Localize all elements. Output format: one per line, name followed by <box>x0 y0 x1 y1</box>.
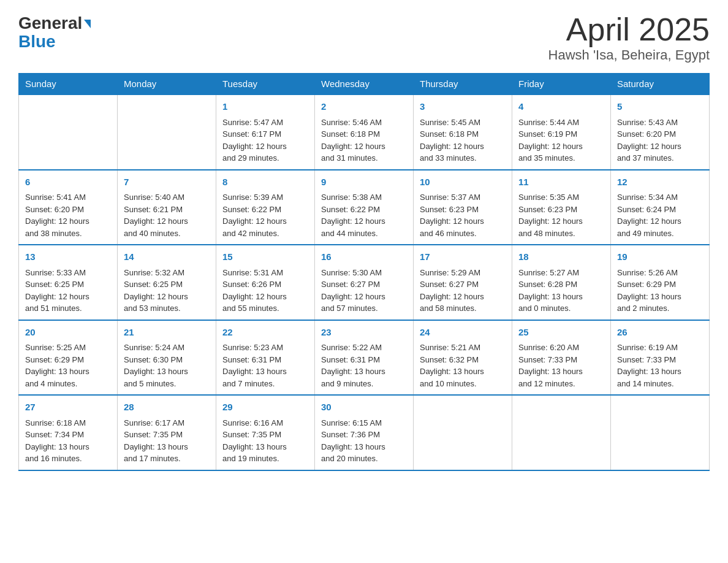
day-number: 9 <box>321 175 407 190</box>
header-cell-monday: Monday <box>118 74 216 95</box>
day-number: 22 <box>222 326 308 340</box>
calendar-body: 1Sunrise: 5:47 AMSunset: 6:17 PMDaylight… <box>19 94 710 470</box>
logo-triangle-icon <box>84 20 91 28</box>
day-info: Sunrise: 5:40 AMSunset: 6:21 PMDaylight:… <box>124 191 210 239</box>
day-number: 26 <box>617 326 703 340</box>
day-number: 17 <box>420 250 506 264</box>
day-number: 27 <box>25 400 111 415</box>
calendar-header: SundayMondayTuesdayWednesdayThursdayFrid… <box>19 74 710 95</box>
calendar-cell: 24Sunrise: 5:21 AMSunset: 6:32 PMDayligh… <box>414 320 512 396</box>
calendar-cell: 9Sunrise: 5:38 AMSunset: 6:22 PMDaylight… <box>315 170 414 245</box>
calendar-cell: 27Sunrise: 6:18 AMSunset: 7:34 PMDayligh… <box>19 395 118 470</box>
day-info: Sunrise: 5:45 AMSunset: 6:18 PMDaylight:… <box>420 117 506 164</box>
day-info: Sunrise: 6:17 AMSunset: 7:35 PMDaylight:… <box>124 417 210 465</box>
day-info: Sunrise: 5:26 AMSunset: 6:29 PMDaylight:… <box>617 267 703 315</box>
calendar-subtitle: Hawsh 'Isa, Beheira, Egypt <box>548 47 710 63</box>
header-cell-friday: Friday <box>512 74 611 95</box>
day-info: Sunrise: 5:30 AMSunset: 6:27 PMDaylight:… <box>321 267 407 315</box>
calendar-cell: 4Sunrise: 5:44 AMSunset: 6:19 PMDaylight… <box>512 94 611 170</box>
calendar-cell <box>414 395 512 470</box>
calendar-week-row: 6Sunrise: 5:41 AMSunset: 6:20 PMDaylight… <box>19 170 710 245</box>
logo-blue: Blue <box>18 32 56 51</box>
day-number: 23 <box>321 326 407 340</box>
calendar-cell: 16Sunrise: 5:30 AMSunset: 6:27 PMDayligh… <box>315 245 414 320</box>
calendar-cell: 25Sunrise: 6:20 AMSunset: 7:33 PMDayligh… <box>512 320 611 396</box>
calendar-cell: 13Sunrise: 5:33 AMSunset: 6:25 PMDayligh… <box>19 245 118 320</box>
day-number: 14 <box>124 250 210 264</box>
calendar-cell: 8Sunrise: 5:39 AMSunset: 6:22 PMDaylight… <box>216 170 315 245</box>
calendar-cell <box>19 94 118 170</box>
day-number: 11 <box>518 175 604 190</box>
day-number: 20 <box>25 326 111 340</box>
day-number: 4 <box>518 100 604 114</box>
calendar-cell <box>512 395 611 470</box>
day-info: Sunrise: 5:29 AMSunset: 6:27 PMDaylight:… <box>420 267 506 315</box>
calendar-week-row: 1Sunrise: 5:47 AMSunset: 6:17 PMDaylight… <box>19 94 710 170</box>
calendar-table: SundayMondayTuesdayWednesdayThursdayFrid… <box>18 73 710 471</box>
day-number: 15 <box>222 250 308 264</box>
calendar-cell: 2Sunrise: 5:46 AMSunset: 6:18 PMDaylight… <box>315 94 414 170</box>
calendar-week-row: 13Sunrise: 5:33 AMSunset: 6:25 PMDayligh… <box>19 245 710 320</box>
calendar-cell: 1Sunrise: 5:47 AMSunset: 6:17 PMDaylight… <box>216 94 315 170</box>
day-info: Sunrise: 5:34 AMSunset: 6:24 PMDaylight:… <box>617 191 703 239</box>
calendar-cell: 5Sunrise: 5:43 AMSunset: 6:20 PMDaylight… <box>611 94 710 170</box>
logo-general: General <box>18 15 82 32</box>
day-number: 6 <box>25 175 111 190</box>
day-info: Sunrise: 5:23 AMSunset: 6:31 PMDaylight:… <box>222 342 308 389</box>
day-number: 25 <box>518 326 604 340</box>
day-number: 1 <box>222 100 308 114</box>
day-info: Sunrise: 5:32 AMSunset: 6:25 PMDaylight:… <box>124 267 210 315</box>
day-info: Sunrise: 5:25 AMSunset: 6:29 PMDaylight:… <box>25 342 111 389</box>
calendar-cell: 29Sunrise: 6:16 AMSunset: 7:35 PMDayligh… <box>216 395 315 470</box>
calendar-cell: 14Sunrise: 5:32 AMSunset: 6:25 PMDayligh… <box>118 245 216 320</box>
day-info: Sunrise: 5:24 AMSunset: 6:30 PMDaylight:… <box>124 342 210 389</box>
calendar-cell: 10Sunrise: 5:37 AMSunset: 6:23 PMDayligh… <box>414 170 512 245</box>
header-cell-thursday: Thursday <box>414 74 512 95</box>
calendar-cell: 30Sunrise: 6:15 AMSunset: 7:36 PMDayligh… <box>315 395 414 470</box>
calendar-cell: 28Sunrise: 6:17 AMSunset: 7:35 PMDayligh… <box>118 395 216 470</box>
day-number: 21 <box>124 326 210 340</box>
calendar-cell: 15Sunrise: 5:31 AMSunset: 6:26 PMDayligh… <box>216 245 315 320</box>
calendar-cell: 22Sunrise: 5:23 AMSunset: 6:31 PMDayligh… <box>216 320 315 396</box>
day-number: 19 <box>617 250 703 264</box>
calendar-cell: 26Sunrise: 6:19 AMSunset: 7:33 PMDayligh… <box>611 320 710 396</box>
day-info: Sunrise: 5:33 AMSunset: 6:25 PMDaylight:… <box>25 267 111 315</box>
day-number: 24 <box>420 326 506 340</box>
calendar-cell: 21Sunrise: 5:24 AMSunset: 6:30 PMDayligh… <box>118 320 216 396</box>
day-info: Sunrise: 6:15 AMSunset: 7:36 PMDaylight:… <box>321 417 407 465</box>
calendar-cell: 18Sunrise: 5:27 AMSunset: 6:28 PMDayligh… <box>512 245 611 320</box>
header-row: SundayMondayTuesdayWednesdayThursdayFrid… <box>19 74 710 95</box>
day-number: 2 <box>321 100 407 114</box>
header-cell-tuesday: Tuesday <box>216 74 315 95</box>
header-cell-wednesday: Wednesday <box>315 74 414 95</box>
page-header: General Blue April 2025 Hawsh 'Isa, Behe… <box>18 12 710 63</box>
calendar-week-row: 27Sunrise: 6:18 AMSunset: 7:34 PMDayligh… <box>19 395 710 470</box>
day-info: Sunrise: 5:41 AMSunset: 6:20 PMDaylight:… <box>25 191 111 239</box>
day-info: Sunrise: 6:20 AMSunset: 7:33 PMDaylight:… <box>518 342 604 389</box>
day-info: Sunrise: 5:35 AMSunset: 6:23 PMDaylight:… <box>518 191 604 239</box>
logo: General Blue <box>18 12 91 52</box>
day-info: Sunrise: 6:18 AMSunset: 7:34 PMDaylight:… <box>25 417 111 465</box>
day-number: 30 <box>321 400 407 415</box>
day-info: Sunrise: 5:46 AMSunset: 6:18 PMDaylight:… <box>321 117 407 164</box>
day-info: Sunrise: 5:37 AMSunset: 6:23 PMDaylight:… <box>420 191 506 239</box>
day-number: 10 <box>420 175 506 190</box>
day-info: Sunrise: 5:31 AMSunset: 6:26 PMDaylight:… <box>222 267 308 315</box>
day-info: Sunrise: 5:38 AMSunset: 6:22 PMDaylight:… <box>321 191 407 239</box>
calendar-cell: 7Sunrise: 5:40 AMSunset: 6:21 PMDaylight… <box>118 170 216 245</box>
day-info: Sunrise: 6:16 AMSunset: 7:35 PMDaylight:… <box>222 417 308 465</box>
calendar-cell: 17Sunrise: 5:29 AMSunset: 6:27 PMDayligh… <box>414 245 512 320</box>
day-number: 7 <box>124 175 210 190</box>
calendar-cell <box>118 94 216 170</box>
calendar-cell: 12Sunrise: 5:34 AMSunset: 6:24 PMDayligh… <box>611 170 710 245</box>
day-info: Sunrise: 5:43 AMSunset: 6:20 PMDaylight:… <box>617 117 703 164</box>
calendar-cell <box>611 395 710 470</box>
calendar-cell: 23Sunrise: 5:22 AMSunset: 6:31 PMDayligh… <box>315 320 414 396</box>
day-number: 16 <box>321 250 407 264</box>
day-info: Sunrise: 5:27 AMSunset: 6:28 PMDaylight:… <box>518 267 604 315</box>
calendar-cell: 3Sunrise: 5:45 AMSunset: 6:18 PMDaylight… <box>414 94 512 170</box>
day-number: 28 <box>124 400 210 415</box>
day-number: 13 <box>25 250 111 264</box>
day-number: 8 <box>222 175 308 190</box>
day-info: Sunrise: 5:39 AMSunset: 6:22 PMDaylight:… <box>222 191 308 239</box>
